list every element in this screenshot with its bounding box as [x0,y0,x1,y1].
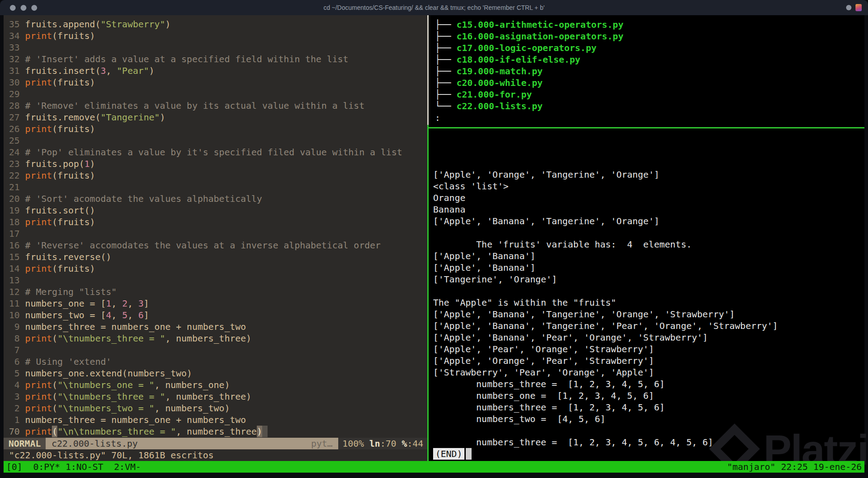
vim-buffer[interactable]: 35fruits.append("Strawberry")34print(fru… [4,15,427,438]
code-line: 4print("\tnumbers_one = ", numbers_one) [9,379,427,391]
code-token: , numbers_three [176,426,257,437]
code-token: (fruits) [52,30,95,42]
statusline-line-value: :70 [380,438,402,449]
line-number: 2 [9,402,20,414]
code-token: "\tnumbers_three = " [57,333,165,344]
window-close-button[interactable] [10,5,16,11]
tree-filename: c18.000-if-elif-else.py [456,54,580,65]
tree-item: ├── c16.000-asignation-operators.py [435,30,864,42]
line-number: 14 [9,263,20,274]
code-line: 22print(fruits) [9,170,427,181]
window-maximize-button[interactable] [31,5,37,11]
code-token: print [25,426,52,437]
output-pane[interactable]: ['Apple', 'Orange', 'Tangerine', 'Orange… [429,128,864,461]
code-token: 5 [122,309,128,321]
line-number: 12 [9,286,20,298]
screenshot-root: cd ~/Documentos/CS-Featuring/ && clear &… [0,0,868,478]
code-token: # Using 'extend' [25,356,111,367]
tree-branch-glyph: └── [435,101,456,111]
code-token: ) [90,158,95,170]
code-token: print [25,170,52,181]
output-line: ['Strawberry', 'Pear', 'Orange', 'Apple'… [433,367,864,378]
code-token: print [25,123,52,135]
output-line: ['Apple', 'Orange', 'Tangerine', 'Orange… [433,169,864,180]
pager-end-row: (END) [433,448,864,460]
output-line: Orange [433,192,864,204]
code-line: 70print("\n\tnumbers_three = ", numbers_… [9,426,427,437]
statusline-position-section: 100% ln:70 %:44 [338,438,427,449]
code-token: # 'Insert' adds a value at a specified f… [25,53,348,65]
line-number: 29 [9,88,20,100]
code-line: 15fruits.reverse() [9,251,427,263]
output-line [433,425,864,436]
window-title: cd ~/Documentos/CS-Featuring/ && clear &… [323,4,545,11]
code-line: 20# 'Sort' acomodate the values alphabet… [9,193,427,205]
code-token: print [25,402,52,414]
tree-branch-glyph: ├── [435,19,456,30]
file-tree-pane[interactable]: ├── c15.000-arithmetic-operators.py├── c… [429,15,864,127]
line-number: 7 [9,344,20,356]
titlebar-app-icon[interactable] [855,4,862,11]
statusline-filename: c22.000-lists.py [51,438,138,449]
line-number: 20 [9,193,20,205]
code-line: 26print(fruits) [9,123,427,135]
code-token: , numbers_three) [165,391,251,402]
code-token: fruits.remove( [25,111,101,123]
code-token: # 'Remove' eliminates a value by its act… [25,100,365,111]
tree-filename: c15.000-arithmetic-operators.py [456,19,623,30]
line-number: 21 [9,181,20,193]
vim-pane[interactable]: 35fruits.append("Strawberry")34print(fru… [4,15,427,461]
code-token: 6 [138,309,144,321]
tree-item: ├── c21.000-for.py [435,89,864,100]
code-token: , [128,309,138,321]
line-number: 16 [9,239,20,251]
line-number: 24 [9,146,20,158]
code-token: ] [144,298,149,309]
tree-item: ├── c19.000-match.py [435,65,864,77]
tmux-window-list[interactable]: [0] 0:PY* 1:NO-ST 2:VM- [6,461,141,473]
code-token: print [25,216,52,228]
tmux-status-bar: [0] 0:PY* 1:NO-ST 2:VM- "manjaro" 22:25 … [4,461,864,473]
output-line [433,285,864,297]
line-number: 35 [9,18,20,30]
line-number: 32 [9,53,20,65]
code-token: 1 [85,158,90,170]
output-line: numbers_two = [4, 5, 6] [433,413,864,425]
line-number: 31 [9,65,20,77]
code-line: 23fruits.pop(1) [9,158,427,170]
tree-filename: c22.000-lists.py [456,101,543,111]
output-line: ['Apple', 'Orange', 'Pear', 'Strawberry'… [433,355,864,367]
line-number: 17 [9,228,20,239]
line-number: 8 [9,333,20,344]
code-line: 12# Merging "lists" [9,286,427,298]
code-token: (fruits) [52,216,95,228]
code-line: 19fruits.sort() [9,205,427,216]
tree-branch-glyph: ├── [435,31,456,42]
code-token: ) [165,18,170,30]
code-token: ) [149,65,154,77]
window-titlebar[interactable]: cd ~/Documentos/CS-Featuring/ && clear &… [0,0,868,15]
code-token: , numbers_one) [154,379,230,391]
titlebar-status-dot-icon[interactable] [846,5,851,10]
window-minimize-button[interactable] [21,5,26,11]
code-token: "\tnumbers_one = " [57,379,154,391]
code-line: 2print("\tnumbers_two = ", numbers_two) [9,402,427,414]
code-token: ( [52,391,57,402]
tree-filename: c19.000-match.py [456,66,543,77]
code-token: print [25,77,52,88]
traffic-lights [10,0,37,15]
output-line: ['Apple', 'Banana'] [433,250,864,262]
line-number: 23 [9,158,20,170]
code-line: 13 [9,274,427,286]
terminal-window: cd ~/Documentos/CS-Featuring/ && clear &… [0,0,868,478]
code-token: numbers_three = numbers_one + numbers_tw… [25,414,246,426]
code-token: numbers_three = numbers_one + numbers_tw… [25,321,246,333]
code-token: "\tnumbers_three = " [57,391,165,402]
code-token: 1 [106,298,111,309]
code-token: , numbers_three) [165,333,251,344]
code-token [262,426,268,437]
statusline-col-label: % [402,438,407,449]
tree-item: └── c22.000-lists.py [435,100,864,112]
code-line: 7 [9,344,427,356]
statusline-line-label: ln [370,438,380,449]
